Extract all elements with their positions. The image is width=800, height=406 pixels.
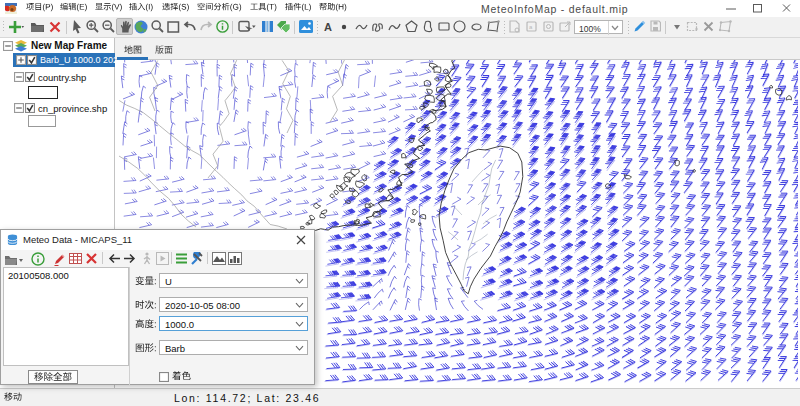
svg-text:a: a <box>529 24 533 30</box>
